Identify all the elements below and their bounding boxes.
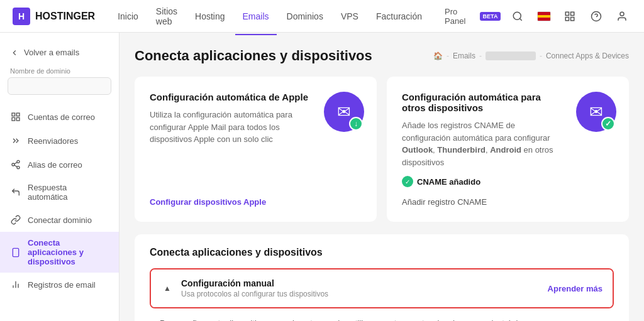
sidebar-item-respuesta[interactable]: Respuesta automática bbox=[0, 177, 119, 208]
breadcrumb-sep3: - bbox=[540, 52, 542, 60]
manual-config-accordion: ▲ Configuración manual Usa protocolos al… bbox=[150, 268, 614, 308]
main-content: Conecta aplicaciones y dispositivos 🏠 - … bbox=[119, 33, 644, 321]
accordion-title-group: Configuración manual Usa protocolos al c… bbox=[181, 278, 328, 298]
accordion-subtitle: Usa protocolos al configurar tus disposi… bbox=[181, 290, 328, 298]
topnav-right: Pro Panel BETA bbox=[445, 6, 631, 26]
sidebar-item-label: Reenviadores bbox=[28, 136, 78, 146]
sidebar-item-label: Conectar dominio bbox=[28, 215, 92, 225]
pro-panel-label: Pro Panel bbox=[445, 7, 476, 26]
layout: Volver a emails Nombre de dominio Cuenta… bbox=[0, 33, 644, 321]
breadcrumb-sep1: - bbox=[447, 52, 449, 60]
svg-point-14 bbox=[12, 163, 14, 166]
cname-badge: ✓ CNAME añadido bbox=[402, 176, 614, 187]
sidebar-item-registros[interactable]: Registros de email bbox=[0, 273, 119, 297]
svg-rect-9 bbox=[12, 113, 15, 116]
svg-point-0 bbox=[513, 12, 521, 19]
svg-rect-10 bbox=[16, 113, 19, 116]
help-icon[interactable] bbox=[587, 6, 606, 26]
sidebar-item-conecta[interactable]: Conecta aplicaciones y dispositivos bbox=[0, 232, 119, 273]
windows-icon[interactable] bbox=[560, 6, 579, 26]
sidebar-item-label: Conecta aplicaciones y dispositivos bbox=[28, 238, 109, 266]
chevron-up-icon: ▲ bbox=[161, 284, 174, 293]
other-devices-card: Configuración automática para otros disp… bbox=[387, 77, 629, 222]
accordion-header[interactable]: ▲ Configuración manual Usa protocolos al… bbox=[151, 269, 613, 307]
sidebar-item-label: Respuesta automática bbox=[28, 183, 109, 202]
section2-title: Conecta aplicaciones y dispositivos bbox=[150, 247, 614, 258]
apple-card-icon-wrap: ✉ ↓ bbox=[324, 92, 364, 132]
svg-rect-5 bbox=[571, 17, 574, 20]
breadcrumb-last: Connect Apps & Devices bbox=[546, 52, 629, 60]
svg-rect-3 bbox=[571, 12, 574, 15]
accordion-title: Configuración manual bbox=[181, 278, 328, 288]
forward-icon bbox=[10, 135, 21, 146]
cname-check-icon: ✓ bbox=[402, 176, 413, 187]
grid-icon bbox=[10, 111, 21, 122]
sidebar-item-label: Cuentas de correo bbox=[28, 112, 95, 122]
sidebar-item-reenviadores[interactable]: Reenviadores bbox=[0, 129, 119, 153]
svg-point-13 bbox=[17, 160, 19, 163]
nav-emails[interactable]: Emails bbox=[235, 6, 277, 26]
sidebar-item-label: Registros de email bbox=[28, 280, 96, 290]
breadcrumb-redacted bbox=[486, 52, 536, 60]
other-card-desc: Añade los registros CNAME de configuraci… bbox=[402, 119, 561, 168]
cname-added-label: CNAME añadido bbox=[417, 177, 480, 187]
apple-config-link[interactable]: Configurar dispositivos Apple bbox=[150, 197, 362, 207]
svg-rect-4 bbox=[565, 17, 569, 20]
sidebar-item-label: Alias de correo bbox=[28, 160, 82, 170]
nav-sitios-web[interactable]: Sitios web bbox=[148, 1, 185, 31]
nav-dominios[interactable]: Dominios bbox=[279, 6, 331, 26]
breadcrumb: 🏠 - Emails - - Connect Apps & Devices bbox=[433, 52, 629, 60]
section2-card: Conecta aplicaciones y dispositivos ▲ Co… bbox=[135, 234, 629, 321]
nav-facturacion[interactable]: Facturación bbox=[369, 6, 430, 26]
svg-point-15 bbox=[17, 166, 19, 169]
nav-hosting[interactable]: Hosting bbox=[187, 6, 232, 26]
pro-panel[interactable]: Pro Panel BETA bbox=[445, 7, 501, 26]
sidebar-item-dominio[interactable]: Conectar dominio bbox=[0, 208, 119, 232]
apple-card: Configuración automática de Apple Utiliz… bbox=[135, 77, 377, 222]
sidebar-back-label: Volver a emails bbox=[24, 48, 79, 57]
reply-icon bbox=[10, 187, 21, 198]
logo-icon: H bbox=[13, 8, 30, 25]
logo[interactable]: H HOSTINGER bbox=[13, 8, 95, 25]
add-cname-link[interactable]: Añadir registro CNAME bbox=[402, 197, 614, 207]
sidebar-item-cuentas[interactable]: Cuentas de correo bbox=[0, 105, 119, 129]
breadcrumb-home-icon: 🏠 bbox=[433, 52, 443, 60]
other-check-badge: ✓ bbox=[601, 117, 615, 131]
learn-more-link[interactable]: Aprender más bbox=[548, 284, 602, 293]
manual-desc: Para configurar tu dispositivo manualmen… bbox=[150, 318, 614, 321]
other-card-title: Configuración automática para otros disp… bbox=[402, 92, 561, 113]
domain-input[interactable] bbox=[8, 77, 111, 95]
share-icon bbox=[10, 159, 21, 170]
svg-rect-12 bbox=[16, 117, 19, 121]
sidebar-domain-label: Nombre de dominio bbox=[0, 67, 119, 75]
beta-badge: BETA bbox=[480, 12, 501, 21]
svg-point-8 bbox=[620, 12, 624, 16]
nav-vps[interactable]: VPS bbox=[333, 6, 366, 26]
svg-line-16 bbox=[14, 165, 18, 167]
apple-email-icon: ✉ ↓ bbox=[324, 92, 364, 132]
search-button[interactable] bbox=[508, 6, 527, 26]
apple-card-desc: Utiliza la configuración automática para… bbox=[150, 109, 309, 146]
spain-flag bbox=[537, 11, 551, 21]
apple-card-title: Configuración automática de Apple bbox=[150, 92, 309, 102]
svg-line-17 bbox=[14, 162, 18, 164]
logo-text: HOSTINGER bbox=[35, 11, 95, 22]
nav-links: Inicio Sitios web Hosting Emails Dominio… bbox=[110, 1, 430, 31]
cards-row: Configuración automática de Apple Utiliz… bbox=[135, 77, 629, 222]
sidebar-back-button[interactable]: Volver a emails bbox=[0, 43, 119, 62]
link-icon bbox=[10, 214, 21, 226]
other-email-icon: ✉ ✓ bbox=[576, 92, 616, 132]
chart-icon bbox=[10, 279, 21, 290]
user-icon[interactable] bbox=[613, 6, 632, 26]
sidebar: Volver a emails Nombre de dominio Cuenta… bbox=[0, 33, 119, 321]
topnav: H HOSTINGER Inicio Sitios web Hosting Em… bbox=[0, 0, 644, 33]
flag-icon[interactable] bbox=[535, 6, 553, 26]
sidebar-item-alias[interactable]: Alias de correo bbox=[0, 153, 119, 177]
page-title: Conecta aplicaciones y dispositivos bbox=[135, 48, 372, 64]
nav-inicio[interactable]: Inicio bbox=[110, 6, 146, 26]
breadcrumb-emails: Emails bbox=[453, 52, 475, 60]
accordion-header-left: ▲ Configuración manual Usa protocolos al… bbox=[161, 278, 328, 298]
page-header: Conecta aplicaciones y dispositivos 🏠 - … bbox=[135, 48, 629, 64]
breadcrumb-sep2: - bbox=[479, 52, 482, 60]
svg-rect-2 bbox=[565, 12, 569, 15]
